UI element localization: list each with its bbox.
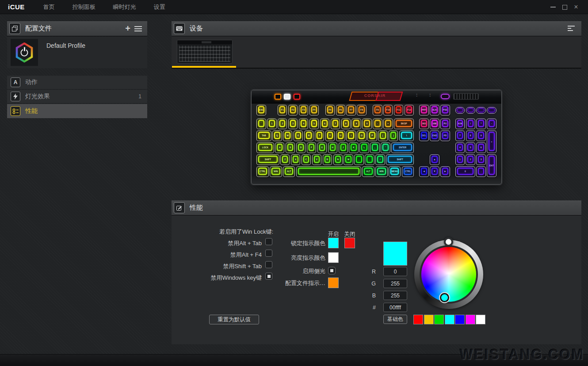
key-3[interactable]: 3 [288,119,298,129]
key-Q[interactable]: Q [272,131,282,141]
key-▲[interactable]: ▲ [430,154,439,165]
key-=[interactable]: = [383,119,393,129]
key-F5[interactable]: F5 [325,105,335,116]
key-J[interactable]: J [339,143,348,153]
key-PRT[interactable]: PRT [419,105,428,116]
keyboard-preview[interactable]: CORSAIR : : : ESCF1F2F3F4F5F6F7F8F9F10F1… [251,90,502,185]
key-.[interactable]: . [476,166,485,177]
key-ESC[interactable]: ESC [256,105,266,116]
key-blank[interactable] [487,107,496,114]
profile-item[interactable]: Default Profile [7,37,147,68]
key-`[interactable]: ` [256,119,266,129]
key-HM[interactable]: HM [430,119,439,129]
key-[[interactable]: [ [378,131,387,141]
key-T[interactable]: T [315,131,324,141]
key--[interactable]: - [373,119,382,129]
device-thumbnail-keyboard[interactable] [177,40,233,64]
key-ENTER[interactable]: ENTER [391,143,414,153]
key-Y[interactable]: Y [325,131,335,141]
key-3[interactable]: 3 [476,154,485,165]
key-ALT[interactable]: ALT [283,166,295,177]
key-E[interactable]: E [294,131,303,141]
key-5[interactable]: 5 [309,119,319,129]
key-*[interactable]: * [476,119,485,129]
key-SLK[interactable]: SLK [430,105,439,116]
key-PSE[interactable]: PSE [440,105,450,116]
key-TAB[interactable]: TAB [256,131,271,141]
key-'[interactable]: ' [381,143,390,153]
key-.[interactable]: . [365,154,374,165]
key-1[interactable]: 1 [267,119,276,129]
palette-swatch-5[interactable] [455,315,465,324]
palette-swatch-6[interactable] [466,315,475,324]
palette-swatch-7[interactable] [476,315,485,324]
key-8[interactable]: 8 [466,131,475,141]
add-profile-button[interactable]: + [125,23,130,34]
key-blank[interactable] [466,107,475,114]
profiles-menu-icon[interactable] [134,25,142,33]
indicator-swatch-off[interactable] [344,238,355,248]
key-ALT[interactable]: ALT [362,166,374,177]
key-WIN[interactable]: WIN [375,166,387,177]
key-\[interactable]: \ [399,131,414,141]
menu-item-2[interactable]: 控制面板 [73,3,95,11]
key-Z[interactable]: Z [280,154,290,165]
rgb-input-B[interactable] [383,291,407,300]
key-5[interactable]: 5 [466,143,475,153]
key-4[interactable]: 4 [299,119,308,129]
key-F9[interactable]: F9 [373,105,382,116]
key-NUM[interactable]: NUM [455,119,465,129]
sidebar-item-1[interactable]: A动作 [7,76,147,89]
key-I[interactable]: I [346,131,355,141]
key-◄[interactable]: ◄ [419,166,428,177]
key-F[interactable]: F [307,143,316,153]
key-R[interactable]: R [304,131,313,141]
key-PD[interactable]: PD [440,131,450,141]
key-O[interactable]: O [357,131,366,141]
key-A[interactable]: A [275,143,284,153]
device-filter-icon[interactable] [568,26,575,32]
key-0[interactable]: 0 [455,166,475,177]
key-WIN[interactable]: WIN [270,166,282,177]
key-F6[interactable]: F6 [336,105,345,116]
key-F11[interactable]: F11 [394,105,403,116]
key-SHIFT[interactable]: SHIFT [256,154,279,165]
key-,[interactable]: , [354,154,363,165]
minimize-button[interactable] [547,2,559,12]
key-F10[interactable]: F10 [383,105,393,116]
key-blank[interactable] [476,107,485,114]
rgb-input-#[interactable] [383,303,407,312]
key-/[interactable]: / [466,119,475,129]
key-▼[interactable]: ▼ [430,166,439,177]
key-6[interactable]: 6 [476,143,485,153]
key-9[interactable]: 9 [351,119,361,129]
key-ENT[interactable]: ENT [487,154,496,177]
key-DEL[interactable]: DEL [419,131,428,141]
key-blank[interactable] [296,166,361,177]
key-D[interactable]: D [296,143,305,153]
menu-item-3[interactable]: 瞬时灯光 [113,3,136,11]
key-2[interactable]: 2 [278,119,287,129]
key-CTRL[interactable]: CTRL [256,166,268,177]
close-button[interactable]: × [570,2,582,12]
indicator-swatch-on[interactable] [328,277,339,288]
key-6[interactable]: 6 [320,119,329,129]
key-CTRL[interactable]: CTRL [402,166,414,177]
key-LOCK[interactable]: LOCK [256,143,274,153]
key-V[interactable]: V [312,154,321,165]
key-M[interactable]: M [344,154,353,165]
indicator-swatch-on[interactable] [328,238,339,248]
key-K[interactable]: K [349,143,358,153]
sidebar-item-3[interactable]: 性能 [7,104,147,118]
key-MENU[interactable]: MENU [389,166,401,177]
key-F4[interactable]: F4 [309,105,319,116]
key-SHIFT[interactable]: SHIFT [386,154,414,165]
sidelight-checkbox[interactable] [328,267,336,274]
key-BKSP[interactable]: BKSP [394,119,414,129]
key-S[interactable]: S [286,143,295,153]
key-8[interactable]: 8 [341,119,351,129]
palette-swatch-3[interactable] [434,315,444,324]
reset-default-button[interactable]: 重置为默认值 [209,315,259,324]
key-PU[interactable]: PU [440,119,450,129]
key-;[interactable]: ; [370,143,379,153]
